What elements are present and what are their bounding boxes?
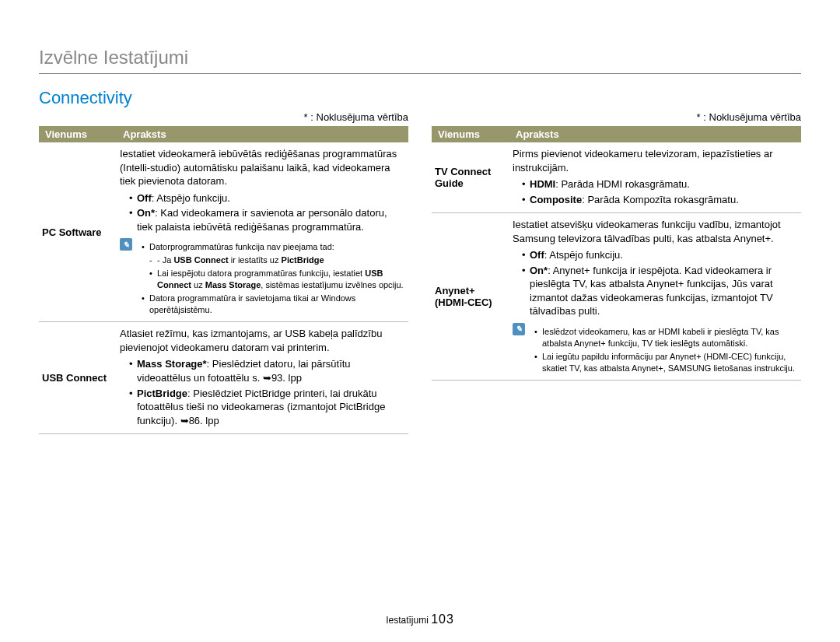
item-desc: Pirms pievienot videokameru televizoram,… <box>509 142 801 213</box>
list-item: HDMI: Parāda HDMI rokasgrāmatu. <box>522 177 798 191</box>
table-row: TV Connect Guide Pirms pievienot videoka… <box>432 142 801 213</box>
left-column: * : Noklusējuma vērtība Vienums Apraksts… <box>39 111 408 434</box>
item-desc: Iestatiet atsevišķu videokameras funkcij… <box>509 213 801 381</box>
note-item: Ieslēdzot videokameru, kas ar HDMI kabel… <box>534 326 798 349</box>
list-item: PictBridge: Pieslēdziet PictBridge print… <box>129 387 405 428</box>
settings-table-right: Vienums Apraksts TV Connect Guide Pirms … <box>432 126 801 381</box>
desc-text: Atlasiet režīmu, kas izmantojams, ar USB… <box>120 328 382 353</box>
list-item: Off: Atspējo funkciju. <box>129 191 405 205</box>
section-title: Connectivity <box>39 88 801 108</box>
note-item: - Ja USB Connect ir iestatīts uz PictBri… <box>142 254 405 266</box>
list-item: On*: Anynet+ funkcija ir iespējota. Kad … <box>522 264 798 318</box>
page-footer: Iestatījumi 103 <box>0 612 840 626</box>
content-columns: * : Noklusējuma vērtība Vienums Apraksts… <box>39 111 801 434</box>
desc-text: Iestatiet atsevišķu videokameras funkcij… <box>513 219 781 244</box>
item-desc: Atlasiet režīmu, kas izmantojams, ar USB… <box>117 322 408 434</box>
item-name-pc-software: PC Software <box>39 142 117 322</box>
footer-label: Iestatījumi <box>386 615 431 626</box>
note-item: Lai iespējotu datora programmatūras funk… <box>142 268 405 291</box>
note-box: ✎ Ieslēdzot videokameru, kas ar HDMI kab… <box>513 323 798 375</box>
col-header-item: Vienums <box>39 126 117 142</box>
col-header-desc: Apraksts <box>117 126 408 142</box>
item-name-anynet: Anynet+ (HDMI-CEC) <box>432 213 509 381</box>
list-item: Mass Storage*: Pieslēdziet datoru, lai p… <box>129 357 405 384</box>
note-item: Lai iegūtu papildu informāciju par Anyne… <box>534 351 798 374</box>
desc-text: Pirms pievienot videokameru televizoram,… <box>513 148 773 174</box>
table-row: PC Software Iestatiet videokamerā iebūvē… <box>39 142 408 322</box>
desc-text: Iestatiet videokamerā iebūvētās rediģēša… <box>120 148 397 187</box>
col-header-item: Vienums <box>432 126 509 142</box>
page-title: Izvēlne Iestatījumi <box>39 47 801 74</box>
col-header-desc: Apraksts <box>509 126 801 142</box>
item-desc: Iestatiet videokamerā iebūvētās rediģēša… <box>117 142 408 322</box>
page-number: 103 <box>431 612 454 626</box>
default-value-note-right: * : Noklusējuma vērtība <box>432 111 801 123</box>
note-item: Datora programmatūra ir savietojama tika… <box>142 293 405 316</box>
table-row: Anynet+ (HDMI-CEC) Iestatiet atsevišķu v… <box>432 213 801 381</box>
default-value-note-left: * : Noklusējuma vērtība <box>39 111 408 123</box>
note-box: ✎ Datorprogrammatūras funkcija nav pieej… <box>120 238 405 317</box>
right-column: * : Noklusējuma vērtība Vienums Apraksts… <box>432 111 801 434</box>
list-item: Off: Atspējo funkciju. <box>522 248 798 262</box>
list-item: On*: Kad videokamera ir savienota ar per… <box>129 206 405 233</box>
item-name-usb-connect: USB Connect <box>39 322 117 434</box>
settings-table-left: Vienums Apraksts PC Software Iestatiet v… <box>39 126 408 434</box>
note-icon: ✎ <box>513 323 525 335</box>
list-item: Composite: Parāda Kompozīta rokasgrāmatu… <box>522 193 798 207</box>
note-icon: ✎ <box>120 238 132 251</box>
item-name-tv-connect-guide: TV Connect Guide <box>432 142 509 213</box>
note-item: Datorprogrammatūras funkcija nav pieejam… <box>142 241 405 253</box>
table-row: USB Connect Atlasiet režīmu, kas izmanto… <box>39 322 408 434</box>
